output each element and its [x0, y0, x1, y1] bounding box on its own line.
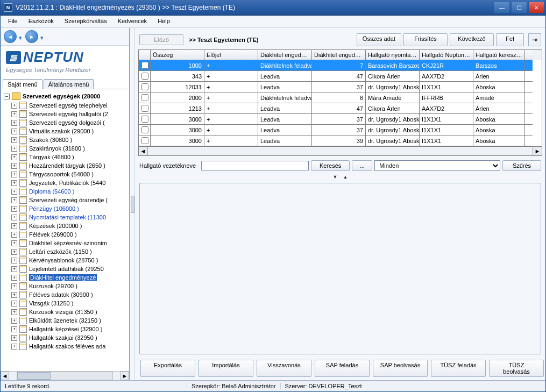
maximize-button[interactable]: ☐	[511, 2, 527, 13]
tree-root[interactable]: − Szervezeti egységek (28000	[3, 91, 129, 101]
table-row[interactable]: 1213+Leadva47Cikora ÁrlenAAX7D2Árlen	[139, 103, 542, 114]
col-status2[interactable]: Diákhitel engedm...	[312, 50, 366, 60]
scroll-thumb[interactable]	[17, 372, 51, 380]
row-checkbox[interactable]	[141, 62, 148, 69]
row-checkbox[interactable]	[141, 126, 148, 133]
col-checkbox[interactable]	[139, 50, 151, 60]
filter-button[interactable]: Szűrés	[502, 160, 541, 171]
row-checkbox[interactable]	[141, 137, 148, 144]
tree-item[interactable]: +Jegyzetek, Publikációk (5440	[10, 179, 129, 187]
left-hscroll[interactable]: ◄ ►	[1, 371, 129, 380]
expand-icon[interactable]: +	[11, 197, 17, 203]
row-checkbox-cell[interactable]	[139, 60, 151, 71]
tree-item[interactable]: +Képzések (200000 )	[10, 222, 129, 230]
tree-item[interactable]: +Virtuális szakok (29000 )	[10, 127, 129, 136]
tree-item[interactable]: +Szervezeti egység dolgozói (	[10, 118, 129, 127]
expand-icon[interactable]: +	[11, 137, 17, 143]
pin-button[interactable]: ⇥	[528, 33, 541, 46]
nav-fwd-drop-icon[interactable]: ▾	[40, 34, 45, 39]
row-checkbox-cell[interactable]	[139, 114, 151, 125]
expand-icon[interactable]: +	[11, 111, 17, 117]
tree-item[interactable]: +Leltári eszközök (1150 )	[10, 247, 129, 256]
tree-item[interactable]: +Szervezeti egység telephelyei	[10, 101, 129, 110]
tree-item[interactable]: +Pénzügy (106000 )	[10, 204, 129, 213]
undo-button[interactable]: Visszavonás	[257, 360, 311, 377]
expand-icon[interactable]: +	[11, 129, 17, 134]
tree-item[interactable]: +Nyomtatási templatek (11300	[10, 213, 129, 222]
expand-icon[interactable]: +	[11, 318, 17, 324]
col-firstname[interactable]: Hallgató keresztn...	[473, 50, 525, 60]
menu-help[interactable]: Help	[152, 16, 175, 27]
row-checkbox[interactable]	[141, 105, 148, 112]
table-row[interactable]: 1000+Diákhitelnek feladva7Barasovich Bar…	[139, 60, 542, 71]
tab-general-menu[interactable]: Általános menü	[44, 79, 94, 89]
expand-icon[interactable]: +	[11, 240, 17, 246]
nav-forward-button[interactable]: ►	[25, 30, 38, 43]
expand-icon[interactable]: +	[11, 283, 17, 289]
tree-item[interactable]: +Féléves adatok (30900 )	[10, 290, 129, 299]
up-button[interactable]: Fel	[496, 33, 524, 46]
sap-read-button[interactable]: SAP beolvasás	[373, 360, 428, 377]
row-checkbox-cell[interactable]	[139, 92, 151, 103]
tree-item[interactable]: +Lejelentett adathibák (29250	[10, 265, 129, 273]
tree-item[interactable]: +Hallgatók képzései (32900 )	[10, 325, 129, 333]
col-sign[interactable]: Előjel	[204, 50, 258, 60]
scroll-track[interactable]	[17, 372, 113, 380]
row-checkbox-cell[interactable]	[139, 103, 151, 114]
tree-item[interactable]: +Kurzusok vizsgái (31350 )	[10, 308, 129, 316]
expand-icon[interactable]: +	[11, 309, 17, 315]
col-status1[interactable]: Diákhitel engedm...	[258, 50, 312, 60]
row-checkbox[interactable]	[141, 73, 148, 80]
col-neptun[interactable]: Hallgató Neptun ...	[420, 50, 473, 60]
expand-icon[interactable]: +	[11, 215, 17, 220]
expand-icon[interactable]: +	[11, 120, 17, 126]
search-input[interactable]	[201, 161, 309, 170]
grid-hscroll[interactable]: ◄ ►	[139, 146, 542, 155]
tree-item[interactable]: +Vizsgák (31250 )	[10, 299, 129, 308]
tree-item[interactable]: +Diploma (54600 )	[10, 187, 129, 196]
panel-resize-grip[interactable]: ▼ ▲	[138, 174, 542, 180]
tree-item[interactable]: +Tárgyak (46800 )	[10, 153, 129, 161]
expand-icon[interactable]: +	[11, 146, 17, 152]
row-checkbox-cell[interactable]	[139, 82, 151, 92]
table-row[interactable]: 3000+Leadva39dr. Ugrosdy1 AboskaI1X1X1Ab…	[139, 136, 542, 146]
nav-back-button[interactable]: ◄	[4, 30, 17, 43]
row-checkbox[interactable]	[141, 94, 148, 101]
grid-scroll-right-icon[interactable]: ►	[533, 147, 542, 155]
tree-item[interactable]: +Hallgatók szakos féléves ada	[10, 342, 129, 351]
collapse-icon[interactable]: −	[4, 94, 10, 99]
next-button[interactable]: Következő	[450, 33, 494, 46]
col-sum[interactable]: Összeg	[151, 50, 204, 60]
row-checkbox[interactable]	[141, 116, 148, 123]
menu-tools[interactable]: Eszközök	[23, 16, 59, 27]
expand-icon[interactable]: +	[11, 232, 17, 238]
expand-icon[interactable]: +	[11, 266, 17, 272]
nav-back-drop-icon[interactable]: ▾	[19, 34, 23, 39]
table-row[interactable]: 2000+Diákhitelnek feladva8Mára AmadéIFFR…	[139, 92, 542, 103]
menu-roles[interactable]: Szerepkörváltás	[59, 16, 112, 27]
tree-item[interactable]: +Szervezeti egység hallgatói (2	[10, 110, 129, 118]
tree-item[interactable]: +Szervezeti egység órarendje (	[10, 196, 129, 204]
scroll-left-icon[interactable]: ◄	[1, 372, 9, 380]
table-row[interactable]: 3000+Leadva37dr. Ugrosdy1 AboskaI1X1X1Ab…	[139, 125, 542, 136]
expand-icon[interactable]: +	[11, 189, 17, 195]
expand-icon[interactable]: +	[11, 180, 17, 186]
tree-item[interactable]: +Szakirányok (31800 )	[10, 144, 129, 153]
tree-item[interactable]: +DiákHitel engedményezé	[10, 273, 129, 282]
sap-upload-button[interactable]: SAP feladás	[315, 360, 370, 377]
tree-item[interactable]: +Kurzusok (29700 )	[10, 282, 129, 290]
table-row[interactable]: 343+Leadva47Cikora ÁrlenAAX7D2Árlen	[139, 71, 542, 82]
expand-icon[interactable]: +	[11, 154, 17, 160]
prev-button[interactable]: Előző	[139, 34, 183, 45]
tusz-read-button[interactable]: TÜSZ beolvasás	[489, 360, 544, 377]
minimize-button[interactable]: —	[494, 2, 510, 13]
expand-icon[interactable]: +	[11, 223, 17, 229]
refresh-button[interactable]: Frissítés	[403, 33, 448, 46]
tree-item[interactable]: +Elküldött üzenetek (32150 )	[10, 316, 129, 325]
expand-icon[interactable]: +	[11, 335, 17, 341]
filter-select[interactable]: Minden	[374, 160, 500, 171]
import-button[interactable]: Importálás	[198, 360, 253, 377]
expand-icon[interactable]: +	[11, 292, 17, 298]
search-button[interactable]: Keresés	[311, 160, 350, 171]
tree-item[interactable]: +Hozzárendelt tárgyak (2650 )	[10, 161, 129, 170]
